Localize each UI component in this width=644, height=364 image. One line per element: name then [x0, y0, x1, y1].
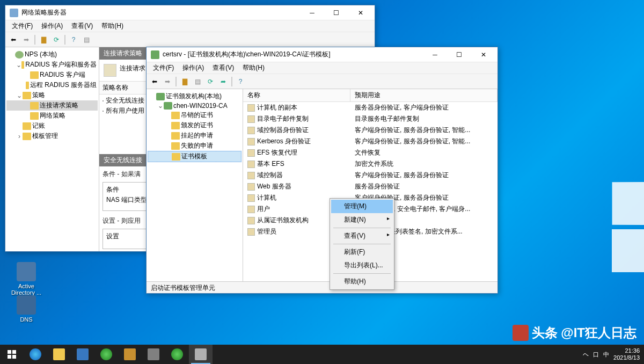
minimize-button[interactable]: ─ [300, 5, 324, 20]
taskbar-ie[interactable] [24, 345, 47, 364]
tray-ime[interactable]: 中 [603, 351, 609, 359]
system-tray[interactable]: ヘ 口 中 21:36 2021/8/13 [579, 347, 644, 361]
svg-rect-0 [8, 350, 11, 354]
table-row[interactable]: Web 服务器 [243, 181, 350, 192]
taskbar-app2[interactable] [94, 345, 118, 364]
start-button[interactable] [0, 345, 24, 364]
tray-network-icon[interactable]: 口 [593, 351, 599, 359]
table-row[interactable]: 基本 EFS [243, 158, 350, 170]
template-icon [247, 183, 255, 191]
tree-node[interactable]: 挂起的申请 [148, 130, 241, 141]
close-button[interactable]: ✕ [348, 5, 372, 20]
folder-icon[interactable]: ▇ [179, 76, 191, 88]
table-cell: 文件恢复 [350, 147, 497, 158]
taskbar[interactable]: ヘ 口 中 21:36 2021/8/13 [0, 345, 644, 364]
tree-node[interactable]: ⌄RADIUS 客户端和服务器 [6, 60, 98, 70]
tree-node[interactable]: 失败的申请 [148, 141, 241, 151]
tree-node[interactable]: 记账 [6, 121, 98, 131]
certsrv-icon [151, 50, 159, 59]
tree-node[interactable]: RADIUS 客户端 [6, 70, 98, 80]
back-icon[interactable]: ⬅ [149, 76, 160, 88]
menu-action[interactable]: 操作(A) [37, 20, 67, 32]
statusbar: 启动证书模板管理单元 [147, 281, 497, 293]
table-cell: 目录服务电子邮件复制 [350, 113, 497, 125]
tray-chevron-up-icon[interactable]: ヘ [583, 351, 589, 359]
context-menu[interactable]: 管理(M)新建(N)查看(V)刷新(F)导出列表(L)...帮助(H) [330, 198, 394, 290]
tree-node[interactable]: 证书颁发机构(本地) [148, 91, 241, 101]
template-icon [247, 161, 255, 168]
template-icon [247, 138, 255, 145]
taskbar-explorer[interactable] [47, 345, 71, 364]
taskbar-app5[interactable] [165, 345, 189, 364]
tree-node[interactable]: 颁发的证书 [148, 120, 241, 130]
doclist-icon[interactable]: ▤ [192, 76, 203, 88]
tree-node[interactable]: 网络策略 [6, 111, 98, 121]
taskbar-app6-active[interactable] [189, 345, 213, 364]
table-row[interactable]: EFS 恢复代理 [243, 147, 350, 158]
table-cell: 客户端身份验证, 服务器身份验证, 智能... [350, 136, 497, 147]
tree-node[interactable]: NPS (本地) [6, 49, 98, 60]
col-name[interactable]: 名称 [243, 89, 350, 102]
table-row[interactable]: 域控制器 [243, 170, 350, 181]
svg-rect-3 [12, 355, 16, 359]
table-row[interactable]: 目录电子邮件复制 [243, 113, 350, 125]
tree-node[interactable]: ⌄策略 [6, 90, 98, 100]
tree-node[interactable]: ›模板管理 [6, 131, 98, 141]
ctx-item[interactable]: 导出列表(L)... [331, 259, 393, 272]
doc-icon [103, 100, 104, 101]
tree-node[interactable]: 连接请求策略 [6, 100, 98, 111]
toolbar-certsrv: ⬅ ➡ ▇ ▤ ⟳ ➦ ? [147, 74, 497, 89]
col-usage[interactable]: 预期用途 [350, 89, 497, 102]
menu-action[interactable]: 操作(A) [178, 62, 208, 74]
folder-icon[interactable]: ▇ [38, 34, 49, 46]
watermark: 头条 @IT狂人日志 [513, 324, 636, 341]
desktop-icon-ad[interactable]: Active Directory ... [6, 262, 46, 296]
menu-file[interactable]: 文件(F) [149, 62, 178, 74]
menu-file[interactable]: 文件(F) [8, 20, 37, 32]
ctx-item[interactable]: 管理(M) [331, 200, 393, 213]
refresh-icon[interactable]: ⟳ [50, 34, 62, 46]
titlebar-nps[interactable]: 网络策略服务器 ─ ☐ ✕ [5, 5, 375, 20]
maximize-button[interactable]: ☐ [324, 5, 348, 20]
ctx-item[interactable]: 帮助(H) [331, 275, 393, 288]
menu-help[interactable]: 帮助(H) [97, 20, 128, 32]
table-row[interactable]: 计算机 的副本 [243, 102, 350, 113]
help-icon[interactable]: ? [68, 34, 79, 46]
export-icon[interactable]: ➦ [217, 76, 229, 88]
watermark-avatar [513, 325, 529, 341]
tree-node[interactable]: 远程 RADIUS 服务器组 [6, 80, 98, 90]
maximize-button[interactable]: ☐ [447, 47, 471, 62]
list-icon[interactable]: ▤ [80, 34, 92, 46]
forward-icon[interactable]: ➡ [162, 76, 173, 88]
title-text: certsrv - [证书颁发机构(本地)\chen-WIN2019-CA\证书… [163, 50, 423, 59]
close-button[interactable]: ✕ [471, 47, 495, 62]
tree-nps[interactable]: NPS (本地)⌄RADIUS 客户端和服务器RADIUS 客户端远程 RADI… [5, 47, 99, 251]
taskbar-app3[interactable] [118, 345, 142, 364]
taskbar-app4[interactable] [142, 345, 165, 364]
ctx-item[interactable]: 刷新(F) [331, 245, 393, 259]
menubar-nps: 文件(F) 操作(A) 查看(V) 帮助(H) [5, 20, 375, 32]
table-cell: 客户端身份验证, 服务器身份验证, 智能... [350, 125, 497, 136]
minimize-button[interactable]: ─ [423, 47, 447, 62]
table-row[interactable]: 域控制器身份验证 [243, 125, 350, 136]
help-icon[interactable]: ? [235, 76, 246, 88]
nps-icon [10, 9, 18, 17]
menu-help[interactable]: 帮助(H) [238, 62, 269, 74]
tree-node[interactable]: 证书模板 [148, 151, 241, 162]
menu-view[interactable]: 查看(V) [208, 62, 238, 74]
taskbar-app1[interactable] [71, 345, 94, 364]
ctx-item[interactable]: 查看(V) [331, 229, 393, 243]
svg-rect-1 [12, 350, 16, 354]
tree-node[interactable]: ⌄chen-WIN2019-CA [148, 101, 241, 110]
ctx-item[interactable]: 新建(N) [331, 213, 393, 227]
desktop-icon-dns[interactable]: DNS [6, 295, 46, 323]
tree-certsrv[interactable]: 证书颁发机构(本地)⌄chen-WIN2019-CA吊销的证书颁发的证书挂起的申… [147, 89, 243, 281]
menu-view[interactable]: 查看(V) [67, 20, 97, 32]
tray-clock[interactable]: 21:36 2021/8/13 [613, 347, 640, 361]
back-icon[interactable]: ⬅ [8, 34, 19, 46]
tree-node[interactable]: 吊销的证书 [148, 110, 241, 120]
titlebar-certsrv[interactable]: certsrv - [证书颁发机构(本地)\chen-WIN2019-CA\证书… [147, 47, 497, 62]
table-row[interactable]: Kerberos 身份验证 [243, 136, 350, 147]
forward-icon[interactable]: ➡ [20, 34, 32, 46]
refresh-icon[interactable]: ⟳ [204, 76, 216, 88]
